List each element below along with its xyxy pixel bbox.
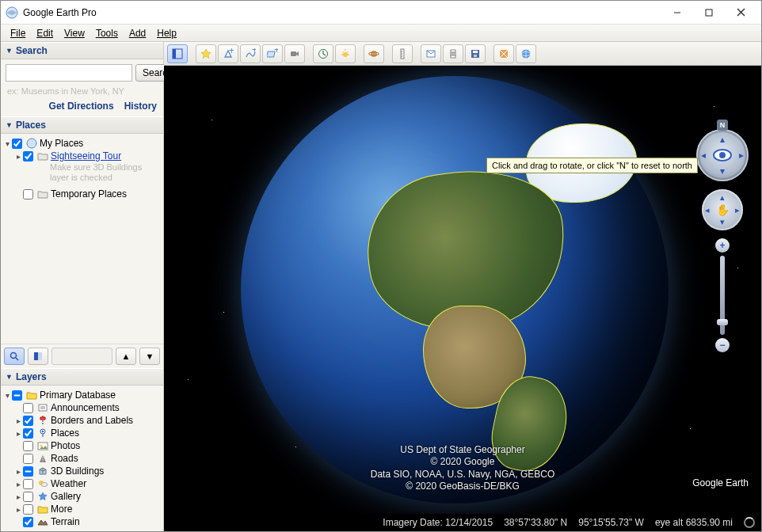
- get-directions-link[interactable]: Get Directions: [49, 101, 114, 112]
- zoom-out-button[interactable]: −: [715, 338, 730, 352]
- look-right[interactable]: ▸: [739, 150, 744, 161]
- pan-down[interactable]: ▾: [720, 217, 725, 227]
- menu-tools[interactable]: Tools: [91, 26, 123, 40]
- web-globe-button[interactable]: [516, 44, 536, 63]
- expand-toggle[interactable]: ▸: [13, 416, 23, 425]
- layer-label[interactable]: Weather: [51, 478, 86, 489]
- expand-tour[interactable]: ▸: [13, 152, 23, 161]
- pan-right[interactable]: ▸: [735, 205, 740, 215]
- check-temp[interactable]: [23, 189, 33, 200]
- menu-help[interactable]: Help: [152, 26, 181, 40]
- close-button[interactable]: [725, 2, 756, 24]
- zoom-in-button[interactable]: +: [715, 238, 730, 253]
- layer-icon: [36, 440, 49, 451]
- layer-checkbox[interactable]: [23, 454, 33, 464]
- add-path-button[interactable]: +: [240, 44, 261, 63]
- email-button[interactable]: [421, 44, 441, 63]
- check-tour[interactable]: [23, 151, 33, 162]
- minimize-button[interactable]: [661, 2, 693, 24]
- layer-checkbox[interactable]: [23, 403, 33, 413]
- layer-label[interactable]: Roads: [51, 453, 78, 464]
- compass-tooltip: Click and drag to rotate, or click "N" t…: [486, 158, 698, 173]
- add-polygon-button[interactable]: +: [218, 44, 238, 63]
- layer-checkbox[interactable]: [23, 492, 33, 502]
- expand-toggle[interactable]: ▾: [2, 391, 12, 400]
- svg-rect-9: [38, 352, 42, 360]
- menu-file[interactable]: File: [6, 26, 30, 40]
- layer-label[interactable]: Photos: [51, 440, 80, 451]
- layer-row-terrain: Terrain: [2, 515, 162, 528]
- menu-edit[interactable]: Edit: [32, 26, 58, 40]
- expand-toggle[interactable]: ▸: [13, 492, 23, 501]
- search-input[interactable]: [6, 64, 132, 82]
- planets-button[interactable]: [364, 44, 384, 63]
- places-opacity-button[interactable]: [28, 348, 48, 365]
- menu-add[interactable]: Add: [124, 26, 150, 40]
- menu-view[interactable]: View: [59, 26, 90, 40]
- look-up[interactable]: ▴: [720, 134, 725, 145]
- status-bar: Imagery Date: 12/14/2015 38°57'33.80" N …: [164, 514, 761, 531]
- toggle-sidebar-button[interactable]: [167, 44, 188, 63]
- layer-checkbox[interactable]: [23, 517, 33, 527]
- layer-label[interactable]: Gallery: [51, 491, 81, 502]
- status-lat: 38°57'33.80" N: [504, 517, 567, 528]
- zoom-slider[interactable]: [720, 256, 725, 335]
- temp-places-label[interactable]: Temporary Places: [51, 188, 127, 200]
- expand-toggle[interactable]: ▸: [13, 467, 23, 476]
- layer-label[interactable]: Terrain: [51, 516, 80, 527]
- add-overlay-button[interactable]: +: [262, 44, 283, 63]
- record-tour-button[interactable]: [284, 44, 305, 63]
- look-compass[interactable]: N ▴ ▾ ◂ ▸: [696, 129, 749, 181]
- layer-label[interactable]: Places: [51, 428, 79, 439]
- reset-north-button[interactable]: N: [717, 120, 728, 131]
- layer-checkbox[interactable]: [23, 466, 33, 477]
- expand-toggle[interactable]: ▸: [13, 480, 23, 488]
- tour-link[interactable]: Sightseeing Tour: [51, 150, 121, 162]
- look-down[interactable]: ▾: [720, 165, 725, 177]
- places-down-button[interactable]: ▼: [139, 348, 160, 365]
- pan-control[interactable]: ✋ ▴ ▾ ◂ ▸: [702, 189, 743, 230]
- pan-up[interactable]: ▴: [720, 192, 725, 203]
- expand-myplaces[interactable]: ▾: [2, 139, 12, 148]
- layer-checkbox[interactable]: [23, 441, 33, 451]
- history-button[interactable]: [313, 44, 333, 63]
- layer-checkbox[interactable]: [12, 390, 22, 401]
- expand-toggle[interactable]: ▸: [13, 505, 23, 514]
- history-link[interactable]: History: [124, 101, 157, 112]
- maximize-button[interactable]: [693, 2, 725, 24]
- layer-checkbox[interactable]: [23, 416, 33, 426]
- myplaces-label[interactable]: My Places: [40, 138, 83, 149]
- search-panel-header[interactable]: ▼Search: [1, 42, 163, 59]
- print-button[interactable]: [443, 44, 463, 63]
- add-placemark-button[interactable]: [196, 44, 216, 63]
- hand-icon: ✋: [716, 203, 730, 216]
- layer-label[interactable]: Primary Database: [40, 390, 116, 401]
- places-up-button[interactable]: ▲: [116, 348, 136, 365]
- layer-checkbox[interactable]: [23, 504, 33, 515]
- layer-label[interactable]: 3D Buildings: [51, 466, 104, 477]
- titlebar: Google Earth Pro: [1, 1, 761, 25]
- layer-checkbox[interactable]: [23, 479, 33, 489]
- svg-line-32: [347, 51, 349, 53]
- pan-left[interactable]: ◂: [705, 205, 710, 215]
- layer-label[interactable]: Borders and Labels: [51, 415, 133, 426]
- layer-checkbox[interactable]: [23, 428, 33, 439]
- places-opacity-slider[interactable]: [51, 348, 112, 365]
- earth-viewport[interactable]: Click and drag to rotate, or click "N" t…: [164, 66, 761, 514]
- places-find-button[interactable]: [4, 348, 25, 365]
- layer-label[interactable]: Announcements: [51, 402, 120, 413]
- sunlight-button[interactable]: [335, 44, 356, 63]
- check-myplaces[interactable]: [12, 139, 22, 149]
- svg-rect-25: [291, 51, 296, 56]
- save-image-button[interactable]: [465, 44, 486, 63]
- layer-row-weather: ▸Weather: [2, 477, 162, 490]
- places-panel-header[interactable]: ▼Places: [1, 116, 163, 134]
- layers-panel-header[interactable]: ▼Layers: [1, 368, 163, 386]
- layer-label[interactable]: More: [51, 504, 72, 515]
- globe[interactable]: [241, 76, 669, 504]
- view-maps-button[interactable]: [493, 44, 514, 63]
- expand-toggle[interactable]: ▸: [13, 429, 23, 438]
- look-left[interactable]: ◂: [701, 150, 706, 161]
- svg-rect-8: [34, 352, 38, 360]
- ruler-button[interactable]: [392, 44, 413, 63]
